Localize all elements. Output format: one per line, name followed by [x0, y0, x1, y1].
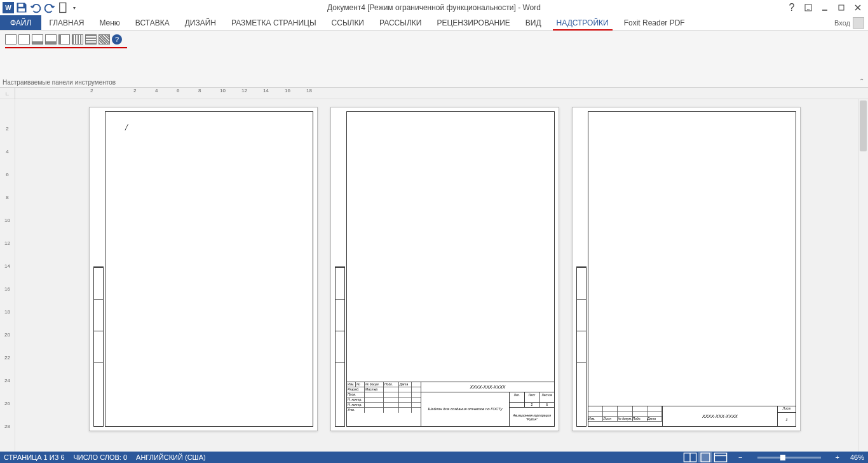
addin-toolbar: ? [0, 31, 868, 48]
save-icon[interactable] [15, 1, 28, 14]
page-frame: Изм.Лист№ докум.Подп.Дата ХХХХ-ХХХ-ХХХХ … [588, 111, 796, 427]
web-layout-icon[interactable] [714, 452, 728, 462]
org-name: Авиационная корпорация "Рубин" [510, 408, 554, 426]
status-page[interactable]: СТРАНИЦА 1 ИЗ 6 [4, 453, 65, 461]
svg-rect-1 [18, 8, 25, 11]
side-stamp [335, 266, 345, 427]
ruler-row: ∟ 224681012141618 [0, 88, 868, 99]
document-area: 246810121416182022242628 / Изм.№№ докум.… [0, 99, 868, 452]
tab-home[interactable]: ГЛАВНАЯ [41, 15, 92, 30]
zoom-slider[interactable] [757, 457, 821, 459]
frame-btn-5[interactable] [58, 34, 70, 45]
ribbon-content: ? Настраиваемые панели инструментов ⌃ [0, 31, 868, 88]
window-title: Документ4 [Режим ограниченной функционал… [327, 3, 541, 12]
svg-rect-2 [60, 3, 66, 13]
user-avatar-icon [853, 17, 864, 29]
doc-description: Шаблон для создания отчетов по ГОСТу [421, 392, 510, 426]
new-doc-icon[interactable] [57, 1, 70, 14]
signin-area[interactable]: Вход [834, 15, 868, 30]
collapse-ribbon-icon[interactable]: ⌃ [859, 78, 864, 85]
ribbon-options-icon[interactable] [802, 1, 815, 14]
addin-underline [5, 47, 127, 48]
page-frame: Изм.№№ докум.Подп.Дата Разраб.Мастер Про… [346, 111, 555, 427]
vertical-ruler[interactable]: 246810121416182022242628 [0, 99, 15, 452]
status-bar: СТРАНИЦА 1 ИЗ 6 ЧИСЛО СЛОВ: 0 АНГЛИЙСКИЙ… [0, 452, 868, 463]
svg-rect-0 [18, 4, 24, 7]
qat-dropdown-icon[interactable]: ▾ [71, 1, 78, 14]
maximize-button[interactable] [835, 1, 848, 14]
gost-title-block-simple: Изм.Лист№ докум.Подп.Дата ХХХХ-ХХХ-ХХХХ … [588, 406, 796, 426]
tab-design[interactable]: ДИЗАЙН [177, 15, 224, 30]
vertical-scrollbar[interactable] [858, 99, 868, 452]
undo-icon[interactable] [29, 1, 42, 14]
frame-btn-8[interactable] [98, 34, 110, 45]
tab-file[interactable]: ФАЙЛ [0, 15, 41, 30]
page-2[interactable]: Изм.№№ докум.Подп.Дата Разраб.Мастер Про… [330, 107, 559, 431]
horizontal-ruler[interactable]: 224681012141618 [15, 88, 868, 99]
print-layout-icon[interactable] [698, 452, 712, 462]
tab-layout[interactable]: РАЗМЕТКА СТРАНИЦЫ [224, 15, 324, 30]
addin-help-icon[interactable]: ? [112, 34, 122, 45]
view-mode-buttons [683, 452, 728, 462]
zoom-level[interactable]: 46% [850, 453, 864, 461]
scrollbar-thumb[interactable] [860, 100, 867, 151]
frame-btn-7[interactable] [85, 34, 97, 45]
tab-selector[interactable]: ∟ [0, 88, 15, 99]
text-cursor: / [125, 123, 128, 133]
close-button[interactable] [851, 1, 864, 14]
tab-menu[interactable]: Меню [92, 15, 127, 30]
document-canvas[interactable]: / Изм.№№ докум.Подп.Дата Разраб.Мастер П… [15, 99, 858, 452]
tab-insert[interactable]: ВСТАВКА [128, 15, 177, 30]
frame-btn-6[interactable] [72, 34, 83, 45]
tab-foxit[interactable]: Foxit Reader PDF [616, 15, 693, 30]
page-frame [105, 111, 313, 427]
title-bar: W ▾ Документ4 [Режим ограниченной функци… [0, 0, 868, 15]
zoom-slider-thumb[interactable] [780, 455, 785, 460]
frame-btn-1[interactable] [5, 34, 17, 45]
zoom-out-button[interactable]: − [736, 453, 744, 461]
quick-access-toolbar: W ▾ [0, 1, 78, 14]
minimize-button[interactable] [818, 1, 831, 14]
page-1[interactable]: / [89, 107, 318, 431]
tab-addins[interactable]: НАДСТРОЙКИ [549, 15, 616, 30]
read-mode-icon[interactable] [683, 452, 697, 462]
help-button[interactable]: ? [785, 1, 798, 14]
ribbon-group-label: Настраиваемые панели инструментов [3, 79, 116, 86]
doc-code: ХХХХ-ХХХ-ХХХХ [421, 382, 554, 392]
redo-icon[interactable] [43, 1, 56, 14]
doc-code: ХХХХ-ХХХ-ХХХХ [662, 406, 778, 426]
window-controls: ? [785, 1, 868, 14]
ribbon-tabs: ФАЙЛ ГЛАВНАЯ Меню ВСТАВКА ДИЗАЙН РАЗМЕТК… [0, 15, 868, 31]
svg-rect-5 [839, 5, 844, 10]
word-app-icon[interactable]: W [3, 2, 14, 13]
svg-rect-9 [714, 453, 726, 462]
tab-review[interactable]: РЕЦЕНЗИРОВАНИЕ [429, 15, 517, 30]
side-stamp [576, 266, 587, 427]
zoom-in-button[interactable]: + [834, 453, 841, 461]
tab-references[interactable]: ССЫЛКИ [324, 15, 372, 30]
gost-title-block: Изм.№№ докум.Подп.Дата Разраб.Мастер Про… [347, 382, 554, 426]
page-3[interactable]: Изм.Лист№ докум.Подп.Дата ХХХХ-ХХХ-ХХХХ … [572, 107, 801, 431]
frame-btn-4[interactable] [45, 34, 57, 45]
frame-btn-2[interactable] [18, 34, 30, 45]
tab-view[interactable]: ВИД [518, 15, 549, 30]
svg-rect-8 [701, 453, 710, 462]
signin-label: Вход [834, 19, 850, 27]
frame-btn-3[interactable] [32, 34, 43, 45]
tab-mailings[interactable]: РАССЫЛКИ [372, 15, 429, 30]
status-words[interactable]: ЧИСЛО СЛОВ: 0 [74, 453, 128, 461]
status-language[interactable]: АНГЛИЙСКИЙ (США) [136, 453, 206, 461]
side-stamp [93, 266, 104, 427]
